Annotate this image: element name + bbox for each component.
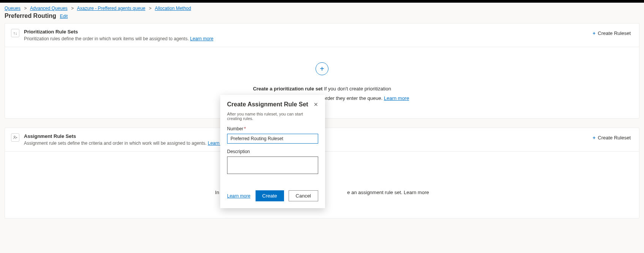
edit-link[interactable]: Edit (60, 14, 68, 19)
svg-point-0 (14, 136, 16, 138)
number-input[interactable] (227, 134, 318, 144)
close-icon[interactable]: ✕ (314, 102, 318, 107)
prioritization-subtitle-text: Prioritization rules define the order in… (24, 36, 189, 41)
description-label: Description (227, 149, 318, 154)
breadcrumb-advanced-queues[interactable]: Advanced Queues (30, 6, 68, 11)
prioritization-subtitle: Prioritization rules define the order in… (24, 36, 213, 41)
modal-title: Create Assignment Rule Set (227, 101, 308, 108)
breadcrumb-axazure-queue[interactable]: Axazure - Preffered agents queue (77, 6, 145, 11)
chevron-right-icon: > (24, 6, 27, 11)
person-icon (11, 133, 19, 142)
sort-icon: ↑↓ (11, 29, 19, 37)
create-assignment-ruleset-button[interactable]: + Create Ruleset (590, 133, 633, 142)
modal-learn-more[interactable]: Learn more (227, 193, 250, 199)
prioritization-learn-more[interactable]: Learn more (190, 36, 213, 41)
cancel-button[interactable]: Cancel (289, 190, 318, 201)
modal-subtitle: After you name this ruleset, you can sta… (227, 112, 318, 121)
assignment-title: Assignment Rule Sets (24, 133, 231, 139)
breadcrumb: Queues > Advanced Queues > Axazure - Pre… (0, 3, 644, 13)
plus-icon: + (593, 30, 596, 36)
chevron-right-icon: > (71, 6, 74, 11)
chevron-right-icon: > (149, 6, 152, 11)
breadcrumb-allocation-method[interactable]: Allocation Method (155, 6, 191, 11)
prioritization-title: Prioritization Rule Sets (24, 29, 213, 35)
prioritization-header: ↑↓ Prioritization Rule Sets Prioritizati… (5, 24, 639, 47)
create-ruleset-label: Create Ruleset (598, 30, 631, 36)
number-label: Number* (227, 126, 318, 131)
prioritization-body-text1: If you don't create prioritization (323, 86, 391, 92)
top-black-bar (0, 0, 644, 3)
create-ruleset-label: Create Ruleset (598, 135, 631, 141)
add-prioritization-ruleset-icon[interactable]: + (316, 62, 328, 75)
page-title: Preferred Routing (5, 13, 56, 19)
prioritization-body-bold: Create a prioritization rule set (253, 86, 323, 92)
create-assignment-modal: Create Assignment Rule Set ✕ After you n… (220, 95, 325, 208)
breadcrumb-queues[interactable]: Queues (5, 6, 21, 11)
assignment-subtitle-text: Assignment rule sets define the criteria… (24, 141, 207, 146)
plus-icon: + (593, 135, 596, 141)
prioritization-body-learn-more[interactable]: Learn more (384, 95, 409, 101)
assignment-subtitle: Assignment rule sets define the criteria… (24, 141, 231, 146)
page-title-row: Preferred Routing Edit (0, 13, 644, 23)
create-button[interactable]: Create (256, 190, 284, 201)
description-input[interactable] (227, 157, 318, 174)
assignment-body-learn-more[interactable]: Learn more (404, 190, 429, 195)
create-prioritization-ruleset-button[interactable]: + Create Ruleset (590, 29, 633, 38)
assignment-body-right: e an assignment rule set. (347, 190, 404, 195)
